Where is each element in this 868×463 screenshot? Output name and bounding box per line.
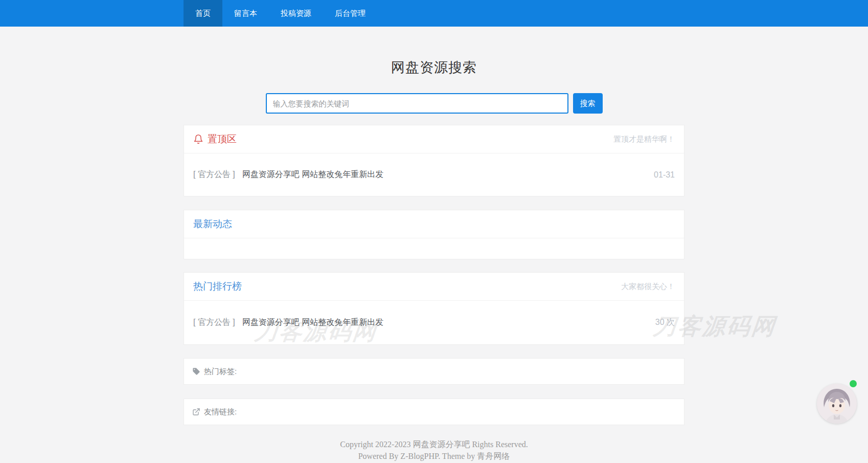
latest-section-title: 最新动态 [193,217,232,231]
pinned-list-item: [ 官方公告 ] 网盘资源分享吧 网站整改兔年重新出发 01-31 [184,153,684,196]
chat-avatar-widget[interactable] [817,384,857,424]
nav-item-guestbook[interactable]: 留言本 [222,0,269,27]
bell-icon [193,134,203,144]
hot-list-item: [ 官方公告 ] 网盘资源分享吧 网站整改兔年重新出发 30 次 [184,301,684,344]
top-navbar: 首页 留言本 投稿资源 后台管理 [0,0,868,27]
avatar[interactable] [817,384,857,424]
external-link-icon [192,408,200,416]
friend-links-label: 友情链接: [204,407,237,417]
hot-section-subtitle: 大家都很关心！ [621,282,675,292]
footer: Copyright 2022-2023 网盘资源分享吧 Rights Reser… [184,438,684,462]
main-container: 置顶区 置顶才是精华啊！ [ 官方公告 ] 网盘资源分享吧 网站整改兔年重新出发… [184,125,684,462]
latest-section-header: 最新动态 [184,210,684,238]
tag-icon [192,367,200,376]
hot-tags-bar: 热门标签: [184,358,684,385]
post-title-link[interactable]: 网盘资源分享吧 网站整改兔年重新出发 [242,169,383,180]
page: 首页 留言本 投稿资源 后台管理 网盘资源搜索 搜索 置顶区 [0,0,868,463]
latest-empty-row [184,238,684,259]
online-status-dot [850,380,857,387]
hot-section-title: 热门排行榜 [193,280,242,293]
search-button[interactable]: 搜索 [573,93,603,114]
pinned-section-header: 置顶区 置顶才是精华啊！ [184,125,684,153]
navbar-inner: 首页 留言本 投稿资源 后台管理 [184,0,684,27]
hot-section-header: 热门排行榜 大家都很关心！ [184,273,684,301]
hot-tags-label: 热门标签: [204,367,237,377]
nav-item-submit-resources[interactable]: 投稿资源 [269,0,323,27]
search-input[interactable] [266,93,568,114]
post-category: [ 官方公告 ] [193,317,235,328]
footer-powered-by: Powered By Z-BlogPHP. Theme by 青舟网络 [184,450,684,462]
nav-item-admin[interactable]: 后台管理 [323,0,377,27]
friend-links-bar: 友情链接: [184,399,684,425]
post-date: 01-31 [654,170,675,180]
post-title-link[interactable]: 网盘资源分享吧 网站整改兔年重新出发 [242,317,383,328]
latest-section-card: 最新动态 [184,210,684,259]
search-bar: 搜索 [0,93,868,114]
hot-section-card: 热门排行榜 大家都很关心！ [ 官方公告 ] 网盘资源分享吧 网站整改兔年重新出… [184,272,684,345]
post-category: [ 官方公告 ] [193,169,235,180]
view-count: 30 次 [655,317,675,328]
pinned-section-card: 置顶区 置顶才是精华啊！ [ 官方公告 ] 网盘资源分享吧 网站整改兔年重新出发… [184,125,684,196]
footer-copyright: Copyright 2022-2023 网盘资源分享吧 Rights Reser… [184,438,684,450]
nav-item-home[interactable]: 首页 [184,0,222,27]
pinned-section-title: 置顶区 [208,133,237,146]
page-title: 网盘资源搜索 [0,58,868,77]
pinned-section-subtitle: 置顶才是精华啊！ [613,135,675,144]
